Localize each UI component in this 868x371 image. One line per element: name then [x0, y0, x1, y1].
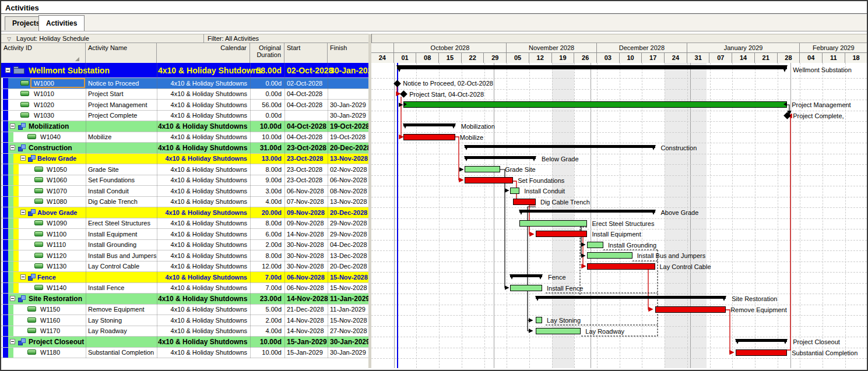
table-row[interactable]: W1160Lay Stoning4x10 & Holiday Shutdowns… [1, 315, 368, 326]
table-row[interactable]: Wellmont Substation4x10 & Holiday Shutdo… [1, 63, 368, 78]
table-row[interactable]: W1070Install Conduit4x10 & Holiday Shutd… [1, 186, 368, 197]
task-bar[interactable] [587, 242, 603, 248]
column-header-finish[interactable]: Finish [328, 43, 370, 63]
summary-bar[interactable] [465, 145, 655, 148]
table-row[interactable]: Construction4x10 & Holiday Shutdowns31.0… [1, 143, 368, 154]
table-row[interactable]: W1170Lay Roadway4x10 & Holiday Shutdowns… [1, 326, 368, 337]
task-bar[interactable] [510, 188, 520, 194]
table-row[interactable]: W1180Substantial Completion4x10 & Holida… [1, 348, 368, 359]
critical-task-bar[interactable] [536, 231, 587, 237]
table-row[interactable]: W1130Lay Control Cable4x10 & Holiday Shu… [1, 262, 368, 273]
summary-bar[interactable] [397, 65, 787, 69]
critical-task-bar[interactable] [465, 177, 513, 183]
timescale-week[interactable]: 05 [507, 53, 529, 63]
column-header-activity-id[interactable]: Activity ID [1, 43, 86, 63]
collapse-minus-box[interactable] [20, 274, 26, 280]
table-row[interactable]: Project Closeout4x10 & Holiday Shutdowns… [1, 337, 368, 348]
collapse-minus-box[interactable] [10, 145, 15, 150]
timescale-month[interactable]: January 2029 [687, 43, 800, 53]
timescale-week[interactable]: 21 [755, 53, 778, 63]
timescale-month[interactable]: November 2028 [507, 43, 597, 53]
edit-focus-box[interactable] [30, 78, 85, 88]
timescale-week[interactable]: 08 [416, 53, 439, 63]
collapse-minus-box[interactable] [20, 156, 26, 161]
table-row[interactable]: W1020Project Management4x10 & Holiday Sh… [1, 100, 368, 111]
timescale-week[interactable]: 22 [462, 53, 484, 63]
summary-bar[interactable] [536, 296, 726, 299]
critical-task-bar[interactable] [513, 199, 536, 205]
collapse-minus-box[interactable] [5, 68, 10, 73]
summary-bar[interactable] [465, 156, 536, 159]
table-row[interactable]: W1120Install Bus and Jumpers4x10 & Holid… [1, 250, 368, 262]
milestone-diamond[interactable] [783, 112, 791, 119]
critical-task-bar[interactable] [587, 263, 655, 270]
layout-options-bar[interactable]: ▽ Layout: Holiday Schedule Filter: All A… [1, 34, 867, 43]
table-row[interactable]: Fence4x10 & Holiday Shutdowns7.00d06-Nov… [1, 272, 368, 283]
timescale-week[interactable]: 01 [394, 53, 417, 63]
timescale-week[interactable]: 19 [552, 53, 575, 63]
table-row[interactable]: W1110Install Grounding4x10 & Holiday Shu… [1, 240, 368, 251]
task-bar[interactable] [536, 328, 581, 334]
summary-bar[interactable] [736, 339, 787, 342]
collapse-minus-box[interactable] [10, 296, 15, 301]
table-row[interactable]: Site Restoration4x10 & Holiday Shutdowns… [1, 294, 368, 305]
table-row[interactable]: W1030Project Complete4x10 & Holiday Shut… [1, 111, 368, 122]
task-bar[interactable] [403, 101, 787, 108]
table-row[interactable]: W1140Install Fence4x10 & Holiday Shutdow… [1, 283, 368, 294]
timescale-week[interactable]: 18 [845, 53, 867, 63]
table-row[interactable]: W1050Grade Site4x10 & Holiday Shutdowns8… [1, 164, 368, 175]
table-row[interactable]: Below Grade4x10 & Holiday Shutdowns13.00… [1, 154, 368, 165]
tab-activities[interactable]: Activities [38, 15, 85, 31]
chevron-down-icon[interactable]: ▽ [7, 35, 11, 44]
summary-bar[interactable] [510, 274, 542, 277]
timescale-week[interactable]: 17 [642, 53, 665, 63]
timescale-month-blank[interactable] [371, 43, 394, 53]
sort-ascending-icon[interactable] [75, 57, 79, 61]
table-row[interactable]: W1000Notice to Proceed4x10 & Holiday Shu… [1, 78, 368, 89]
critical-task-bar[interactable] [736, 349, 787, 356]
table-row[interactable]: W1060Set Foundations4x10 & Holiday Shutd… [1, 175, 368, 186]
timescale-week[interactable]: 14 [732, 53, 755, 63]
milestone-diamond[interactable] [393, 80, 401, 87]
timescale-week[interactable]: 24 [371, 53, 394, 63]
table-row[interactable]: Above Grade4x10 & Holiday Shutdowns20.00… [1, 207, 368, 218]
timescale-week[interactable]: 12 [529, 53, 552, 63]
timescale-week[interactable]: 10 [620, 53, 642, 63]
collapse-minus-box[interactable] [20, 210, 26, 215]
summary-bar[interactable] [403, 123, 455, 126]
table-row[interactable]: Mobilization4x10 & Holiday Shutdowns10.0… [1, 121, 368, 132]
column-header-calendar[interactable]: Calendar [157, 43, 250, 63]
timescale-week[interactable]: 04 [800, 53, 823, 63]
collapse-minus-box[interactable] [10, 123, 15, 129]
task-bar[interactable] [465, 166, 500, 172]
task-bar[interactable] [510, 285, 542, 291]
table-row[interactable]: W1040Mobilize4x10 & Holiday Shutdowns10.… [1, 132, 368, 143]
table-row[interactable]: W1150Remove Equipment4x10 & Holiday Shut… [1, 305, 368, 316]
critical-task-bar[interactable] [655, 306, 726, 313]
table-row[interactable]: W1090Erect Steel Structures4x10 & Holida… [1, 218, 368, 229]
task-bar[interactable] [587, 252, 632, 259]
timescale-week[interactable]: 03 [597, 53, 620, 63]
timescale-week[interactable]: 31 [687, 53, 710, 63]
milestone-diamond[interactable] [400, 90, 407, 98]
timescale-week[interactable]: 07 [710, 53, 733, 63]
timescale-week[interactable]: 28 [778, 53, 800, 63]
timescale-month[interactable]: February 2029 [800, 43, 867, 53]
column-header-start[interactable]: Start [284, 43, 328, 63]
collapse-minus-box[interactable] [10, 339, 15, 344]
timescale-week[interactable]: 26 [574, 53, 597, 63]
timescale-month[interactable]: December 2028 [597, 43, 687, 53]
column-header-activity-name[interactable]: Activity Name [86, 43, 157, 63]
timescale-week[interactable]: 11 [823, 53, 845, 63]
timescale-month[interactable]: October 2028 [394, 43, 507, 53]
column-header-original-duration[interactable]: Original Duration [250, 43, 284, 63]
summary-bar[interactable] [519, 210, 655, 213]
timescale-week[interactable]: 15 [439, 53, 462, 63]
table-row[interactable]: W1100Install Equipment4x10 & Holiday Shu… [1, 229, 368, 240]
table-row[interactable]: W1080Dig Cable Trench4x10 & Holiday Shut… [1, 197, 368, 208]
task-bar[interactable] [519, 220, 587, 227]
critical-task-bar[interactable] [403, 134, 455, 140]
task-bar[interactable] [536, 317, 542, 323]
timescale-week[interactable]: 24 [665, 53, 687, 63]
table-row[interactable]: W1010Project Start4x10 & Holiday Shutdow… [1, 89, 368, 100]
